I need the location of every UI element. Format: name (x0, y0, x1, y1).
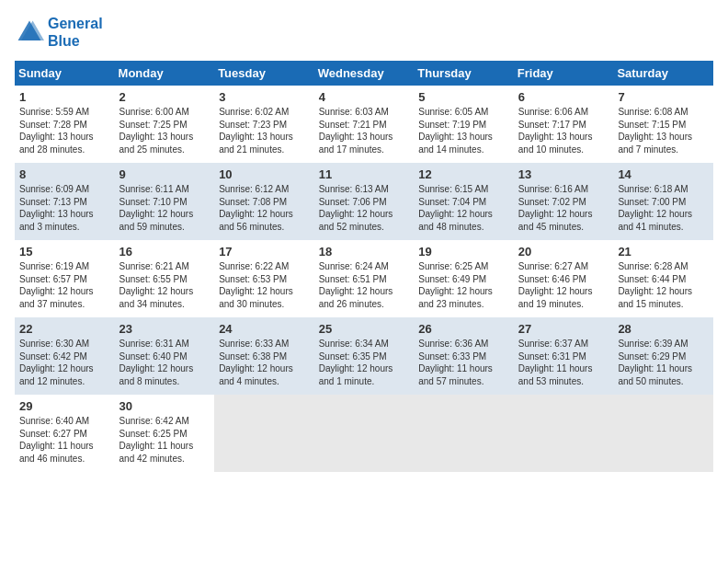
day-number: 25 (319, 322, 410, 336)
header-row: SundayMondayTuesdayWednesdayThursdayFrid… (15, 61, 713, 86)
day-info: Sunrise: 6:25 AM Sunset: 6:49 PM Dayligh… (418, 260, 509, 310)
day-number: 14 (618, 167, 709, 181)
day-info: Sunrise: 6:31 AM Sunset: 6:40 PM Dayligh… (119, 338, 210, 387)
calendar-cell (214, 395, 314, 472)
day-number: 15 (19, 245, 110, 259)
day-number: 7 (618, 90, 709, 104)
calendar-cell: 9Sunrise: 6:11 AM Sunset: 7:10 PM Daylig… (115, 163, 215, 240)
day-info: Sunrise: 6:12 AM Sunset: 7:08 PM Dayligh… (219, 183, 310, 233)
calendar-cell: 8Sunrise: 6:09 AM Sunset: 7:13 PM Daylig… (15, 163, 115, 240)
day-number: 13 (518, 167, 609, 181)
day-info: Sunrise: 6:33 AM Sunset: 6:38 PM Dayligh… (219, 338, 310, 387)
day-number: 19 (418, 245, 509, 259)
day-number: 11 (319, 167, 410, 181)
day-number: 20 (518, 245, 609, 259)
col-header-friday: Friday (514, 61, 614, 86)
day-info: Sunrise: 6:18 AM Sunset: 7:00 PM Dayligh… (618, 183, 709, 233)
day-info: Sunrise: 6:37 AM Sunset: 6:31 PM Dayligh… (518, 338, 609, 387)
day-number: 28 (618, 322, 709, 336)
calendar-cell: 17Sunrise: 6:22 AM Sunset: 6:53 PM Dayli… (214, 240, 314, 317)
calendar-cell: 4Sunrise: 6:03 AM Sunset: 7:21 PM Daylig… (314, 86, 415, 163)
calendar-cell: 10Sunrise: 6:12 AM Sunset: 7:08 PM Dayli… (214, 163, 314, 240)
day-info: Sunrise: 6:22 AM Sunset: 6:53 PM Dayligh… (219, 260, 310, 310)
day-info: Sunrise: 5:59 AM Sunset: 7:28 PM Dayligh… (19, 106, 110, 155)
day-number: 24 (219, 322, 310, 336)
day-number: 29 (19, 399, 110, 413)
calendar-cell (613, 395, 713, 472)
day-info: Sunrise: 6:08 AM Sunset: 7:15 PM Dayligh… (618, 106, 709, 155)
calendar-cell: 11Sunrise: 6:13 AM Sunset: 7:06 PM Dayli… (314, 163, 415, 240)
col-header-monday: Monday (115, 61, 215, 86)
calendar-cell: 20Sunrise: 6:27 AM Sunset: 6:46 PM Dayli… (514, 240, 614, 317)
day-info: Sunrise: 6:34 AM Sunset: 6:35 PM Dayligh… (319, 338, 410, 387)
calendar-cell: 16Sunrise: 6:21 AM Sunset: 6:55 PM Dayli… (115, 240, 215, 317)
calendar-cell: 3Sunrise: 6:02 AM Sunset: 7:23 PM Daylig… (214, 86, 314, 163)
day-number: 9 (119, 167, 210, 181)
calendar-cell: 13Sunrise: 6:16 AM Sunset: 7:02 PM Dayli… (514, 163, 614, 240)
day-info: Sunrise: 6:24 AM Sunset: 6:51 PM Dayligh… (319, 260, 410, 310)
logo-text: General Blue (48, 15, 103, 50)
day-info: Sunrise: 6:42 AM Sunset: 6:25 PM Dayligh… (119, 415, 210, 465)
day-info: Sunrise: 6:11 AM Sunset: 7:10 PM Dayligh… (119, 183, 210, 233)
day-info: Sunrise: 6:28 AM Sunset: 6:44 PM Dayligh… (618, 260, 709, 310)
day-info: Sunrise: 6:27 AM Sunset: 6:46 PM Dayligh… (518, 260, 609, 310)
day-info: Sunrise: 6:15 AM Sunset: 7:04 PM Dayligh… (418, 183, 509, 233)
calendar-cell (314, 395, 415, 472)
calendar-cell: 29Sunrise: 6:40 AM Sunset: 6:27 PM Dayli… (15, 395, 115, 472)
day-number: 3 (219, 90, 310, 104)
calendar-cell: 25Sunrise: 6:34 AM Sunset: 6:35 PM Dayli… (314, 317, 415, 395)
day-number: 12 (418, 167, 509, 181)
day-number: 1 (19, 90, 110, 104)
day-number: 26 (418, 322, 509, 336)
page-header: General Blue (15, 15, 713, 50)
day-number: 8 (19, 167, 110, 181)
calendar-cell: 30Sunrise: 6:42 AM Sunset: 6:25 PM Dayli… (115, 395, 215, 472)
day-number: 10 (219, 167, 310, 181)
col-header-thursday: Thursday (414, 61, 514, 86)
logo-icon (15, 17, 44, 47)
calendar-table: SundayMondayTuesdayWednesdayThursdayFrid… (15, 61, 713, 472)
calendar-cell (514, 395, 614, 472)
day-info: Sunrise: 6:30 AM Sunset: 6:42 PM Dayligh… (19, 338, 110, 387)
day-number: 21 (618, 245, 709, 259)
calendar-cell: 23Sunrise: 6:31 AM Sunset: 6:40 PM Dayli… (115, 317, 215, 395)
week-row-2: 8Sunrise: 6:09 AM Sunset: 7:13 PM Daylig… (15, 163, 713, 240)
calendar-cell: 26Sunrise: 6:36 AM Sunset: 6:33 PM Dayli… (414, 317, 514, 395)
day-info: Sunrise: 6:39 AM Sunset: 6:29 PM Dayligh… (618, 338, 709, 387)
col-header-wednesday: Wednesday (314, 61, 415, 86)
week-row-4: 22Sunrise: 6:30 AM Sunset: 6:42 PM Dayli… (15, 317, 713, 395)
calendar-cell: 1Sunrise: 5:59 AM Sunset: 7:28 PM Daylig… (15, 86, 115, 163)
calendar-cell: 22Sunrise: 6:30 AM Sunset: 6:42 PM Dayli… (15, 317, 115, 395)
calendar-cell: 24Sunrise: 6:33 AM Sunset: 6:38 PM Dayli… (214, 317, 314, 395)
day-info: Sunrise: 6:00 AM Sunset: 7:25 PM Dayligh… (119, 106, 210, 155)
logo: General Blue (15, 15, 103, 50)
day-number: 27 (518, 322, 609, 336)
calendar-cell: 2Sunrise: 6:00 AM Sunset: 7:25 PM Daylig… (115, 86, 215, 163)
calendar-cell (414, 395, 514, 472)
col-header-saturday: Saturday (613, 61, 713, 86)
day-info: Sunrise: 6:06 AM Sunset: 7:17 PM Dayligh… (518, 106, 609, 155)
calendar-cell: 15Sunrise: 6:19 AM Sunset: 6:57 PM Dayli… (15, 240, 115, 317)
day-number: 5 (418, 90, 509, 104)
day-number: 22 (19, 322, 110, 336)
day-info: Sunrise: 6:40 AM Sunset: 6:27 PM Dayligh… (19, 415, 110, 465)
day-info: Sunrise: 6:09 AM Sunset: 7:13 PM Dayligh… (19, 183, 110, 233)
week-row-1: 1Sunrise: 5:59 AM Sunset: 7:28 PM Daylig… (15, 86, 713, 163)
col-header-sunday: Sunday (15, 61, 115, 86)
calendar-cell: 27Sunrise: 6:37 AM Sunset: 6:31 PM Dayli… (514, 317, 614, 395)
day-info: Sunrise: 6:05 AM Sunset: 7:19 PM Dayligh… (418, 106, 509, 155)
week-row-3: 15Sunrise: 6:19 AM Sunset: 6:57 PM Dayli… (15, 240, 713, 317)
col-header-tuesday: Tuesday (214, 61, 314, 86)
day-info: Sunrise: 6:02 AM Sunset: 7:23 PM Dayligh… (219, 106, 310, 155)
calendar-cell: 21Sunrise: 6:28 AM Sunset: 6:44 PM Dayli… (613, 240, 713, 317)
calendar-cell: 12Sunrise: 6:15 AM Sunset: 7:04 PM Dayli… (414, 163, 514, 240)
day-info: Sunrise: 6:03 AM Sunset: 7:21 PM Dayligh… (319, 106, 410, 155)
day-number: 18 (319, 245, 410, 259)
calendar-cell: 6Sunrise: 6:06 AM Sunset: 7:17 PM Daylig… (514, 86, 614, 163)
calendar-cell: 7Sunrise: 6:08 AM Sunset: 7:15 PM Daylig… (613, 86, 713, 163)
day-info: Sunrise: 6:21 AM Sunset: 6:55 PM Dayligh… (119, 260, 210, 310)
day-info: Sunrise: 6:36 AM Sunset: 6:33 PM Dayligh… (418, 338, 509, 387)
calendar-cell: 19Sunrise: 6:25 AM Sunset: 6:49 PM Dayli… (414, 240, 514, 317)
day-number: 4 (319, 90, 410, 104)
day-info: Sunrise: 6:13 AM Sunset: 7:06 PM Dayligh… (319, 183, 410, 233)
